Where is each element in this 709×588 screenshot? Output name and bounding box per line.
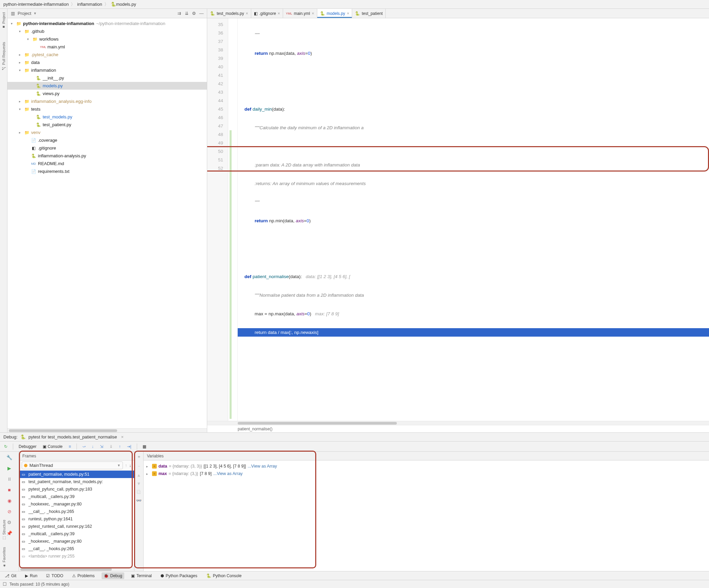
- editor-body[interactable]: 35 36 37 38 39 40 41 42 43 44 45 46 47 4…: [207, 18, 709, 421]
- tree-item[interactable]: test_models.py: [43, 114, 72, 119]
- status-icon[interactable]: ☐: [3, 582, 7, 587]
- horizontal-scrollbar[interactable]: [7, 428, 207, 432]
- step-out-icon[interactable]: ↑: [117, 443, 123, 450]
- remove-watch-icon[interactable]: －: [137, 463, 141, 469]
- bottom-tab-python-packages[interactable]: ⬢Python Packages: [158, 572, 199, 579]
- gear-icon[interactable]: ⚙: [191, 11, 197, 16]
- bottom-tab-debug[interactable]: 🐞Debug: [102, 572, 124, 579]
- step-into-icon[interactable]: ↓: [90, 443, 96, 450]
- pause-button[interactable]: ⏸: [6, 475, 13, 483]
- variable-row[interactable]: ▸ ≡ data = {ndarray: (3, 3)} [[1 2 3], […: [146, 462, 706, 470]
- glasses-icon[interactable]: 👓: [136, 498, 142, 503]
- up-icon[interactable]: ▲: [137, 473, 141, 478]
- tab-main-yml[interactable]: YMLmain.yml×: [283, 9, 317, 18]
- frame-row[interactable]: ▭pytest_runtest_call, runner.py:162: [19, 523, 134, 530]
- close-icon[interactable]: ×: [278, 11, 280, 16]
- line-number[interactable]: 36: [207, 29, 228, 37]
- tree-item[interactable]: workflows: [39, 37, 59, 42]
- frame-row[interactable]: ▭<lambda> runner py:255: [19, 552, 134, 560]
- settings-icon[interactable]: 🔧: [6, 454, 13, 461]
- close-icon[interactable]: ×: [121, 434, 124, 439]
- line-number[interactable]: 46: [207, 113, 228, 122]
- select-opened-file-icon[interactable]: ⇉: [176, 11, 182, 16]
- frame-row[interactable]: ▭runtest, python.py:1641: [19, 515, 134, 523]
- bottom-tab-problems[interactable]: ⚠Problems: [70, 572, 97, 579]
- down-icon[interactable]: ▼: [137, 481, 141, 486]
- editor-horizontal-scrollbar[interactable]: [207, 421, 709, 425]
- hide-icon[interactable]: —: [199, 11, 204, 16]
- chevron-right-icon[interactable]: ▸: [146, 472, 150, 476]
- frame-row[interactable]: ▭_multicall, _callers.py:39: [19, 530, 134, 538]
- bottom-tab-python-console[interactable]: 🐍Python Console: [204, 572, 244, 579]
- tree-item[interactable]: inflammation-analysis.py: [38, 153, 86, 158]
- frame-row[interactable]: ▭pytest_pyfunc_call, python.py:183: [19, 485, 134, 493]
- tab-models[interactable]: 🐍models.py×: [317, 9, 352, 18]
- tree-item[interactable]: .github: [31, 29, 44, 34]
- tree-item[interactable]: __init__.py: [43, 75, 64, 81]
- rerun-button[interactable]: ↻: [2, 443, 9, 450]
- previous-frame-icon[interactable]: ↑: [125, 463, 127, 468]
- frame-row[interactable]: ▭_hookexec, _manager.py:80: [19, 538, 134, 545]
- tree-item[interactable]: views.py: [43, 91, 60, 96]
- view-as-array-link[interactable]: ...View as Array: [213, 471, 243, 476]
- tree-item-active[interactable]: models.py: [43, 83, 63, 88]
- mute-breakpoints-icon[interactable]: ⊘: [6, 508, 13, 515]
- close-icon[interactable]: ×: [312, 11, 314, 16]
- sidebar-tab-favorites[interactable]: ★ Favorites: [2, 547, 6, 568]
- line-number[interactable]: 48: [207, 130, 228, 139]
- add-watch-icon[interactable]: ＋: [137, 454, 141, 460]
- close-icon[interactable]: ×: [246, 11, 248, 16]
- step-over-icon[interactable]: ⤻: [80, 443, 88, 450]
- sidebar-tab-structure[interactable]: ⬚ Structure: [2, 520, 6, 540]
- tree-item[interactable]: .gitignore: [38, 145, 56, 151]
- code-area[interactable]: """ return np.max(data, axis=0) def dail…: [238, 18, 709, 421]
- expand-all-icon[interactable]: ⇊: [184, 11, 189, 16]
- line-number[interactable]: 47: [207, 122, 228, 130]
- tree-item[interactable]: main.yml: [47, 44, 65, 49]
- frame-row[interactable]: ▭patient_normalise, models.py:51: [19, 471, 134, 478]
- resume-button[interactable]: ▶: [6, 465, 13, 472]
- bottom-tab-todo[interactable]: ☑TODO: [44, 572, 65, 579]
- close-icon[interactable]: ×: [347, 11, 349, 16]
- frame-row[interactable]: ▭_multicall, _callers.py:39: [19, 493, 134, 500]
- frame-list[interactable]: ▭patient_normalise, models.py:51 ▭test_p…: [19, 471, 134, 567]
- bottom-tab-git[interactable]: ⎇Git: [3, 572, 18, 579]
- thread-dump-icon[interactable]: ≡: [67, 443, 73, 450]
- force-step-into-icon[interactable]: ⇓: [107, 443, 115, 450]
- breadcrumb[interactable]: python-intermediate-inflammation 〉 infla…: [0, 0, 709, 9]
- frames-scrollbar[interactable]: [19, 567, 134, 571]
- frame-row[interactable]: ▭_hookexec, _manager.py:80: [19, 500, 134, 508]
- variable-row[interactable]: ▸ ≡ max = {ndarray: (3,)} [7 8 9] ...Vie…: [146, 470, 706, 477]
- chevron-right-icon[interactable]: ▸: [146, 465, 150, 468]
- breadcrumb-root[interactable]: python-intermediate-inflammation: [3, 2, 69, 7]
- thread-select[interactable]: MainThread ▼: [22, 461, 123, 469]
- next-frame-icon[interactable]: ↓: [129, 463, 132, 468]
- copy-icon[interactable]: ⿻: [137, 490, 141, 495]
- tree-item[interactable]: README.md: [38, 161, 64, 166]
- tab-test-models[interactable]: 🐍test_models.py×: [207, 9, 251, 18]
- line-number[interactable]: 40: [207, 63, 228, 71]
- project-tree[interactable]: ▾📁python-intermediate-inflammation~/pyth…: [7, 18, 207, 428]
- variables-list[interactable]: ▸ ≡ data = {ndarray: (3, 3)} [[1 2 3], […: [144, 460, 709, 571]
- line-number[interactable]: 39: [207, 54, 228, 63]
- frame-row[interactable]: ▭test_patient_normalise, test_models.py:: [19, 478, 134, 485]
- tree-item[interactable]: data: [31, 60, 40, 65]
- project-pane-title[interactable]: Project: [18, 11, 31, 16]
- tree-item[interactable]: inflammation: [31, 68, 56, 73]
- frame-row[interactable]: ▭__call__, _hooks.py:265: [19, 508, 134, 515]
- tree-item[interactable]: tests: [31, 107, 40, 112]
- line-number[interactable]: 44: [207, 96, 228, 105]
- tab-test-patient[interactable]: 🐍test_patient: [352, 9, 386, 18]
- tab-gitignore[interactable]: ◧.gitignore×: [251, 9, 283, 18]
- gutter-icons[interactable]: [228, 18, 238, 421]
- frame-row[interactable]: ▭__call__, _hooks.py:265: [19, 545, 134, 552]
- bottom-tab-terminal[interactable]: ▣Terminal: [129, 572, 154, 579]
- line-number[interactable]: 41: [207, 71, 228, 80]
- stop-button[interactable]: ■: [6, 486, 13, 494]
- tree-item[interactable]: .coverage: [38, 138, 57, 143]
- project-root[interactable]: python-intermediate-inflammation: [23, 21, 94, 26]
- view-as-array-link[interactable]: ...View as Array: [248, 464, 277, 469]
- sidebar-tab-project[interactable]: ■ Project: [2, 11, 6, 30]
- step-into-my-code-icon[interactable]: ⇲: [98, 443, 105, 450]
- tree-item[interactable]: requirements.txt: [38, 169, 69, 174]
